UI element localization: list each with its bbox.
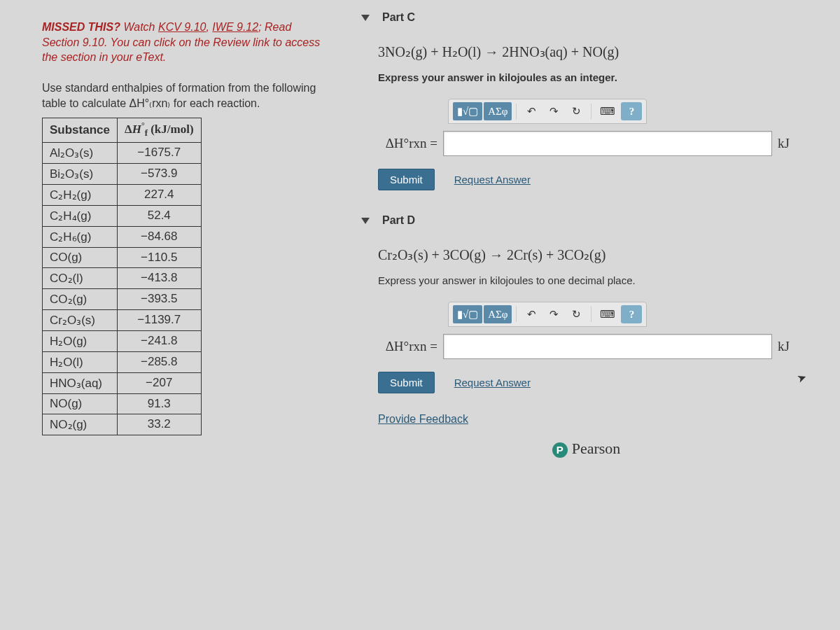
table-row: H₂O(g)−241.8: [43, 330, 202, 351]
col-value: ΔH°f (kJ/mol): [117, 118, 201, 142]
part-d-input[interactable]: [443, 334, 772, 359]
request-answer-c[interactable]: Request Answer: [454, 174, 531, 186]
provide-feedback-link[interactable]: Provide Feedback: [378, 413, 816, 426]
templates-button[interactable]: ▮√▢: [453, 102, 482, 120]
col-substance: Substance: [43, 118, 118, 142]
part-c-header[interactable]: Part C: [357, 7, 816, 41]
submit-button-c[interactable]: Submit: [378, 169, 435, 190]
symbols-button[interactable]: ΑΣφ: [484, 305, 512, 323]
table-row: Al₂O₃(s)−1675.7: [43, 142, 202, 163]
table-row: CO₂(g)−393.5: [43, 288, 202, 309]
redo-icon[interactable]: ↷: [543, 102, 564, 120]
templates-button[interactable]: ▮√▢: [453, 305, 482, 323]
part-d-title: Part D: [382, 214, 415, 227]
question-sidebar: MISSED THIS? Watch KCV 9.10, IWE 9.12; R…: [0, 0, 336, 630]
redo-icon[interactable]: ↷: [543, 305, 564, 323]
table-row: Cr₂O₃(s)−1139.7: [43, 309, 202, 330]
enthalpy-table: Substance ΔH°f (kJ/mol) Al₂O₃(s)−1675.7 …: [42, 118, 202, 435]
symbols-button[interactable]: ΑΣφ: [484, 102, 512, 120]
table-row: NO(g)91.3: [43, 393, 202, 414]
undo-icon[interactable]: ↶: [521, 305, 542, 323]
undo-icon[interactable]: ↶: [521, 102, 542, 120]
part-c-answer-box: ▮√▢ ΑΣφ ↶ ↷ ↻ ⌨ ? ΔH°rxn = kJ: [378, 99, 816, 156]
pearson-logo: PPearson: [357, 440, 816, 458]
table-row: H₂O(l)−285.8: [43, 351, 202, 372]
part-c-unit: kJ: [778, 136, 790, 151]
iwe-link[interactable]: IWE 9.12: [212, 21, 258, 33]
keyboard-icon[interactable]: ⌨: [596, 102, 620, 120]
part-c-reaction: 3NO₂(g) + H₂O(l) → 2HNO₃(aq) + NO(g): [378, 43, 816, 60]
table-row: CO₂(l)−413.8: [43, 267, 202, 288]
table-row: C₂H₆(g)−84.68: [43, 226, 202, 247]
part-d-prompt: Express your answer in kilojoules to one…: [378, 274, 816, 286]
chevron-down-icon: [361, 218, 370, 224]
part-d-answer-box: ▮√▢ ΑΣφ ↶ ↷ ↻ ⌨ ? ΔH°rxn = kJ: [378, 302, 816, 359]
watch-label: Watch: [123, 21, 158, 33]
table-row: C₂H₄(g)52.4: [43, 205, 202, 226]
kcv-link[interactable]: KCV 9.10: [158, 21, 206, 33]
part-d-reaction: Cr₂O₃(s) + 3CO(g) → 2Cr(s) + 3CO₂(g): [378, 246, 816, 263]
reset-icon[interactable]: ↻: [566, 102, 587, 120]
reset-icon[interactable]: ↻: [566, 305, 587, 323]
table-row: CO(g)−110.5: [43, 247, 202, 267]
keyboard-icon[interactable]: ⌨: [596, 305, 620, 323]
submit-button-d[interactable]: Submit: [378, 372, 435, 393]
request-answer-d[interactable]: Request Answer: [454, 377, 531, 388]
table-row: Bi₂O₃(s)−573.9: [43, 163, 202, 184]
part-c-prompt: Express your answer in kilojoules as an …: [378, 71, 816, 83]
table-row: C₂H₂(g)227.4: [43, 184, 202, 205]
equation-toolbar-d: ▮√▢ ΑΣφ ↶ ↷ ↻ ⌨ ?: [448, 302, 647, 327]
table-row: NO₂(g)33.2: [43, 414, 202, 435]
table-row: HNO₃(aq)−207: [43, 372, 202, 393]
part-c-lhs: ΔH°rxn =: [378, 136, 438, 151]
chevron-down-icon: [361, 15, 370, 21]
part-d-header[interactable]: Part D: [357, 210, 816, 244]
pearson-p-icon: P: [552, 442, 568, 458]
missed-prefix: MISSED THIS?: [42, 21, 123, 33]
part-d-unit: kJ: [778, 339, 790, 354]
equation-toolbar-c: ▮√▢ ΑΣφ ↶ ↷ ↻ ⌨ ?: [448, 99, 647, 124]
help-button[interactable]: ?: [621, 102, 642, 120]
part-d-lhs: ΔH°rxn =: [378, 339, 438, 354]
missed-this-notice: MISSED THIS? Watch KCV 9.10, IWE 9.12; R…: [42, 20, 322, 65]
answer-panel: Part C 3NO₂(g) + H₂O(l) → 2HNO₃(aq) + NO…: [336, 0, 840, 630]
table-body: Al₂O₃(s)−1675.7 Bi₂O₃(s)−573.9 C₂H₂(g)22…: [43, 142, 202, 435]
part-c-title: Part C: [382, 11, 415, 24]
help-button[interactable]: ?: [621, 305, 642, 323]
part-c-input[interactable]: [443, 131, 772, 156]
problem-intro: Use standard enthalpies of formation fro…: [42, 80, 322, 112]
